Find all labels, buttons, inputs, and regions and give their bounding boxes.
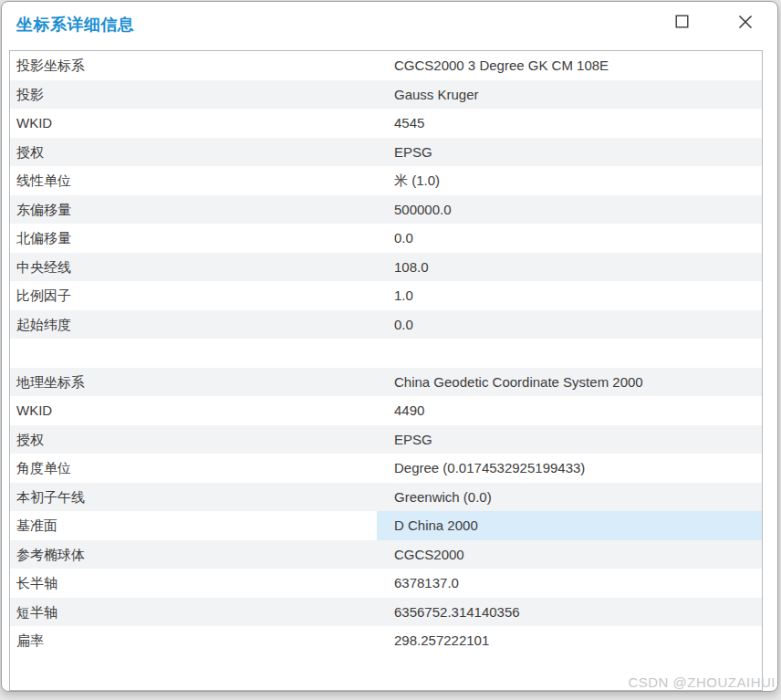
property-value[interactable]: EPSG	[377, 425, 762, 454]
property-value[interactable]: 4490	[377, 396, 762, 425]
maximize-icon	[675, 15, 689, 31]
table-row[interactable]: 地理坐标系China Geodetic Coordinate System 20…	[10, 368, 762, 397]
dialog-window: 坐标系详细信息	[1, 1, 778, 692]
property-label: 投影坐标系	[10, 51, 377, 80]
property-value[interactable]: 米 (1.0)	[377, 166, 762, 195]
properties-table: 投影坐标系CGCS2000 3 Degree GK CM 108E投影Gauss…	[9, 50, 763, 691]
dialog-title: 坐标系详细信息	[16, 14, 135, 36]
table-row[interactable]: 参考椭球体CGCS2000	[10, 540, 762, 569]
property-value[interactable]: 0.0	[377, 224, 762, 253]
property-label: 东偏移量	[10, 195, 377, 225]
close-button[interactable]	[724, 7, 766, 38]
table-row[interactable]: 本初子午线Greenwich (0.0)	[10, 483, 762, 512]
close-icon	[738, 15, 753, 32]
property-label: 本初子午线	[10, 483, 377, 512]
property-value[interactable]: EPSG	[377, 138, 762, 167]
property-value[interactable]: 6356752.314140356	[377, 598, 762, 627]
property-label: 北偏移量	[10, 224, 377, 253]
table-row[interactable]: 中央经线108.0	[10, 253, 762, 282]
property-value[interactable]: 0.0	[377, 310, 762, 340]
table-row[interactable]: 长半轴6378137.0	[10, 569, 762, 598]
property-value[interactable]: Greenwich (0.0)	[377, 483, 762, 512]
property-label: 投影	[10, 80, 377, 110]
property-label: 授权	[10, 138, 377, 167]
table-row[interactable]: 投影Gauss Kruger	[10, 80, 762, 110]
table-row[interactable]: 短半轴6356752.314140356	[10, 598, 762, 627]
table-row[interactable]: 授权EPSG	[10, 425, 762, 454]
property-value[interactable]: China Geodetic Coordinate System 2000	[377, 368, 762, 397]
property-label: 参考椭球体	[10, 540, 377, 569]
table-row[interactable]: 角度单位Degree (0.0174532925199433)	[10, 454, 762, 483]
property-value[interactable]: CGCS2000	[377, 540, 762, 569]
table-row[interactable]: 北偏移量0.0	[10, 224, 762, 253]
property-value[interactable]: 108.0	[377, 253, 762, 282]
property-label: 起始纬度	[10, 310, 377, 340]
screenshot-canvas: 坐标系详细信息	[0, 0, 781, 700]
property-label: 中央经线	[10, 253, 377, 282]
table-row[interactable]: 扁率298.257222101	[10, 626, 762, 655]
window-controls	[661, 7, 766, 38]
property-value[interactable]: 6378137.0	[377, 569, 762, 598]
property-label: 角度单位	[10, 454, 377, 483]
property-label: WKID	[10, 396, 377, 425]
table-row[interactable]: 线性单位米 (1.0)	[10, 166, 762, 195]
table-row[interactable]: 投影坐标系CGCS2000 3 Degree GK CM 108E	[10, 51, 762, 80]
property-value-selected[interactable]: D China 2000	[377, 511, 762, 540]
property-label: 基准面	[10, 511, 377, 540]
property-value[interactable]: Degree (0.0174532925199433)	[377, 454, 762, 483]
property-label: 短半轴	[10, 598, 377, 627]
title-bar[interactable]: 坐标系详细信息	[2, 2, 777, 49]
property-label: 长半轴	[10, 569, 377, 598]
table-row[interactable]: WKID4490	[10, 396, 762, 425]
table-row[interactable]: 比例因子1.0	[10, 281, 762, 310]
maximize-button[interactable]	[661, 7, 703, 38]
property-value[interactable]: 1.0	[377, 281, 762, 310]
watermark: CSDN @ZHOUZAIHUI	[628, 674, 776, 690]
table-row[interactable]: WKID4545	[10, 109, 762, 138]
property-value[interactable]: 4545	[377, 109, 762, 138]
table-row[interactable]: 授权EPSG	[10, 138, 762, 167]
property-label: 授权	[10, 425, 377, 454]
spacer-row	[10, 339, 762, 368]
property-label: 地理坐标系	[10, 368, 377, 397]
property-label: WKID	[10, 109, 377, 138]
property-label: 线性单位	[10, 166, 377, 195]
property-value[interactable]: CGCS2000 3 Degree GK CM 108E	[377, 51, 762, 80]
property-value[interactable]: 298.257222101	[377, 626, 762, 655]
property-label: 扁率	[10, 626, 377, 655]
property-value[interactable]: 500000.0	[377, 195, 762, 225]
table-row[interactable]: 起始纬度0.0	[10, 310, 762, 340]
property-label: 比例因子	[10, 281, 377, 310]
table-row[interactable]: 基准面D China 2000	[10, 511, 762, 540]
property-value[interactable]: Gauss Kruger	[377, 80, 762, 110]
table-row[interactable]: 东偏移量500000.0	[10, 195, 762, 225]
